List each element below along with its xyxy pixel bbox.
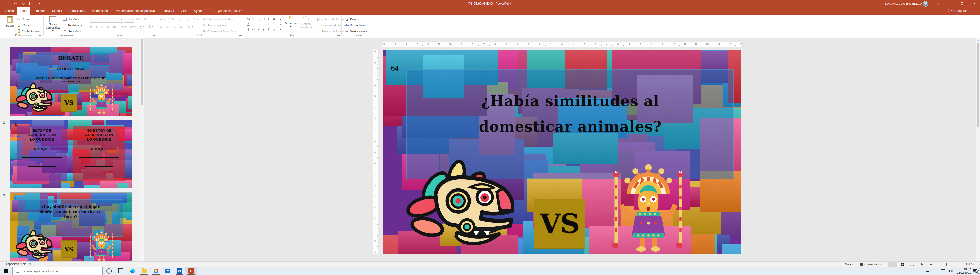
mail-icon[interactable] xyxy=(162,267,173,275)
shape-oval-icon[interactable]: ○ xyxy=(266,16,271,22)
align-center-button[interactable]: ≡ xyxy=(165,24,170,30)
tab-vista[interactable]: Vista xyxy=(178,7,190,15)
tab-presentacion[interactable]: Presentación con diapositivas xyxy=(113,7,159,15)
find-button[interactable]: Buscar xyxy=(344,16,360,22)
strikethrough-button[interactable]: abc xyxy=(112,24,117,30)
tab-archivo[interactable]: Archivo xyxy=(0,7,17,15)
tell-me-box[interactable]: ¿Qué desea hacer? xyxy=(215,7,242,15)
ribbon-display-options-icon[interactable]: ⊓ xyxy=(932,0,943,7)
font-color-button[interactable]: A▾ xyxy=(148,24,153,30)
align-left-button[interactable]: ≡ xyxy=(158,24,164,30)
shape-down-arrow-icon[interactable]: ↓ xyxy=(266,22,271,27)
thumbnail-scrollbar[interactable] xyxy=(140,38,144,261)
tab-transiciones[interactable]: Transiciones xyxy=(65,7,88,15)
tab-revisar[interactable]: Revisar xyxy=(161,7,177,15)
shape-triangle-icon[interactable]: △ xyxy=(246,22,251,27)
section-button[interactable]: ≣Sección▾ xyxy=(62,28,81,34)
start-button[interactable] xyxy=(0,267,12,275)
zoom-level[interactable]: 111 % xyxy=(966,262,974,266)
view-slideshow-button[interactable] xyxy=(918,261,926,267)
tab-inicio[interactable]: Inicio xyxy=(17,7,30,15)
shape-fill-button[interactable]: ◧Relleno de forma▾ xyxy=(315,16,347,22)
customize-qat-icon[interactable]: ▾ xyxy=(36,0,43,7)
view-reading-button[interactable] xyxy=(907,261,916,267)
shape-textbox-icon[interactable]: A≡ xyxy=(246,16,251,22)
shape-scribble-icon[interactable]: ʃ xyxy=(246,27,251,32)
search-input[interactable] xyxy=(21,269,94,273)
notes-toggle[interactable]: Notas xyxy=(840,261,853,267)
align-right-button[interactable]: ≡ xyxy=(172,24,177,30)
view-slide-sorter-button[interactable] xyxy=(898,261,907,267)
horizontal-ruler[interactable]: 1615141312111098765432101234567891011121… xyxy=(382,41,743,47)
tab-insertar[interactable]: Insertar xyxy=(33,7,50,15)
minimize-button[interactable]: — xyxy=(944,0,956,7)
fit-to-window-icon[interactable] xyxy=(975,262,978,266)
file-explorer-icon[interactable] xyxy=(138,267,150,275)
text-direction-button[interactable]: ∥ADirección del texto▾ xyxy=(202,16,234,22)
shape-curve-icon[interactable]: ~ xyxy=(256,27,261,32)
format-painter-button[interactable]: ◢Copiar formato xyxy=(16,28,42,34)
shape-brace-right-icon[interactable]: } xyxy=(266,27,271,32)
view-normal-button[interactable] xyxy=(888,261,897,267)
shape-roundrect-icon[interactable]: ▭ xyxy=(271,16,277,22)
tray-chevron-icon[interactable]: ⌃ xyxy=(917,267,924,275)
change-case-button[interactable]: Aa▾ xyxy=(129,24,136,30)
shape-outline-button[interactable]: ▱Contorno de forma▾ xyxy=(315,22,348,28)
copy-button[interactable]: Copiar▾ xyxy=(16,22,34,28)
increase-font-button[interactable]: A▲ xyxy=(135,16,141,22)
word-icon[interactable]: W xyxy=(173,267,185,275)
shadow-button[interactable]: S xyxy=(106,24,110,30)
powerpoint-icon[interactable]: P xyxy=(185,267,197,275)
cut-button[interactable]: ✂Cortar xyxy=(16,16,30,22)
shape-arrow-icon[interactable]: ↘ xyxy=(256,16,261,22)
scroll-up-icon[interactable]: ▲ xyxy=(977,39,979,41)
slide-canvas[interactable]: 64 ¿Había similitudes aldomesticar anima… xyxy=(383,50,741,254)
shape-rect-icon[interactable]: □ xyxy=(261,16,266,22)
avatar[interactable] xyxy=(923,1,928,6)
shape-right-arrow-icon[interactable]: → xyxy=(261,22,266,27)
decrease-indent-button[interactable]: ⇤ xyxy=(178,16,183,22)
shape-brace-left-icon[interactable]: { xyxy=(261,27,266,32)
zoom-slider[interactable] xyxy=(934,264,960,264)
tab-ayuda[interactable]: Ayuda xyxy=(191,7,206,15)
zoom-slider-thumb[interactable] xyxy=(946,262,947,266)
close-button[interactable]: ✕ xyxy=(969,0,980,7)
columns-button[interactable]: ▥▾ xyxy=(186,24,194,30)
account-name[interactable]: NATANAEL CARRO BELLO xyxy=(885,0,922,7)
clock[interactable]: 13:0222/02/2021 xyxy=(955,267,971,275)
volume-icon[interactable]: ))) xyxy=(947,267,954,275)
undo-icon[interactable]: ↶ xyxy=(12,0,18,7)
notes-page-icon[interactable] xyxy=(35,262,39,266)
numbering-button[interactable]: ⒈≡▾ xyxy=(167,16,175,22)
tab-animaciones[interactable]: Animaciones xyxy=(89,7,113,15)
quick-styles-button[interactable]: Estilosrápidos ▾ xyxy=(299,16,313,29)
font-name-combobox[interactable]: ▾ xyxy=(90,17,123,23)
network-icon[interactable] xyxy=(939,267,946,275)
shape-arc-icon[interactable]: ◠ xyxy=(251,27,256,32)
paste-button[interactable]: Pegar▾ xyxy=(3,16,18,31)
paragraph-dialog-launcher[interactable] xyxy=(239,33,242,36)
tab-diseno[interactable]: Diseño xyxy=(49,7,65,15)
slide-position[interactable]: Diapositiva 9 de 19 xyxy=(5,262,30,266)
new-slide-button[interactable]: Nuevadiapositiva ▾ xyxy=(45,16,60,33)
slide-thumbnail-1[interactable]: 6 DEBATE MEXICAS E INCAS CULTURAS QUE SE… xyxy=(10,47,132,116)
shape-elbow-arrow-icon[interactable]: ¬ xyxy=(256,22,261,27)
bold-button[interactable]: N xyxy=(89,24,93,30)
shape-line-icon[interactable]: ╲ xyxy=(251,16,256,22)
chrome-icon[interactable] xyxy=(150,267,162,275)
convert-smartart-button[interactable]: ⊞Convertir a SmartArt▾ xyxy=(202,28,237,34)
battery-icon[interactable] xyxy=(932,267,939,275)
taskbar-search[interactable] xyxy=(12,267,103,275)
slide-layout-button[interactable]: Diseño▾ xyxy=(62,16,80,22)
italic-button[interactable]: K xyxy=(95,24,99,30)
justify-button[interactable]: ≡ xyxy=(178,24,184,30)
select-button[interactable]: ➤Seleccionar▾ xyxy=(344,28,368,34)
onedrive-cloud-icon[interactable]: ☁ xyxy=(924,267,931,275)
reset-slide-button[interactable]: ⟲Restablecer xyxy=(62,22,84,28)
slide-pane-scrollbar[interactable]: ▲ ▼ xyxy=(976,38,980,261)
notifications-icon[interactable]: 25 xyxy=(971,267,979,275)
cortana-icon[interactable] xyxy=(103,267,115,275)
slide-thumbnail-2[interactable]: 12 ESTOY DEACUERDO CONLO QUE DICE PORQUE… xyxy=(10,120,132,188)
shapes-gallery-scroll[interactable]: ▲▼▼ xyxy=(279,16,283,33)
clipboard-dialog-launcher[interactable] xyxy=(39,33,41,36)
